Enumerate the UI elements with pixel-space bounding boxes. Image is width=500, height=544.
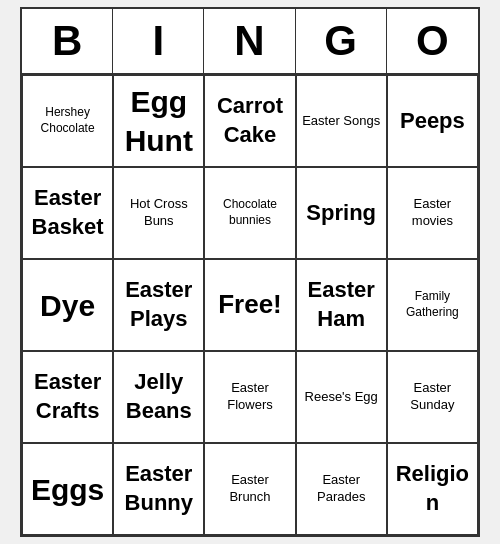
bingo-cell-20[interactable]: Eggs: [22, 443, 113, 535]
bingo-cell-7[interactable]: Chocolate bunnies: [204, 167, 295, 259]
bingo-cell-11[interactable]: Easter Plays: [113, 259, 204, 351]
bingo-header: BINGO: [22, 9, 478, 75]
bingo-cell-14[interactable]: Family Gathering: [387, 259, 478, 351]
bingo-cell-13[interactable]: Easter Ham: [296, 259, 387, 351]
bingo-cell-9[interactable]: Easter movies: [387, 167, 478, 259]
bingo-card: BINGO Hershey ChocolateEgg HuntCarrot Ca…: [20, 7, 480, 537]
bingo-cell-4[interactable]: Peeps: [387, 75, 478, 167]
bingo-letter-o: O: [387, 9, 478, 73]
bingo-cell-21[interactable]: Easter Bunny: [113, 443, 204, 535]
bingo-cell-1[interactable]: Egg Hunt: [113, 75, 204, 167]
bingo-letter-i: I: [113, 9, 204, 73]
bingo-cell-15[interactable]: Easter Crafts: [22, 351, 113, 443]
bingo-cell-6[interactable]: Hot Cross Buns: [113, 167, 204, 259]
bingo-cell-2[interactable]: Carrot Cake: [204, 75, 295, 167]
bingo-cell-12[interactable]: Free!: [204, 259, 295, 351]
bingo-cell-18[interactable]: Reese's Egg: [296, 351, 387, 443]
bingo-cell-5[interactable]: Easter Basket: [22, 167, 113, 259]
bingo-cell-3[interactable]: Easter Songs: [296, 75, 387, 167]
bingo-letter-g: G: [296, 9, 387, 73]
bingo-cell-23[interactable]: Easter Parades: [296, 443, 387, 535]
bingo-cell-17[interactable]: Easter Flowers: [204, 351, 295, 443]
bingo-cell-24[interactable]: Religion: [387, 443, 478, 535]
bingo-letter-n: N: [204, 9, 295, 73]
bingo-cell-19[interactable]: Easter Sunday: [387, 351, 478, 443]
bingo-grid: Hershey ChocolateEgg HuntCarrot CakeEast…: [22, 75, 478, 535]
bingo-cell-8[interactable]: Spring: [296, 167, 387, 259]
bingo-cell-10[interactable]: Dye: [22, 259, 113, 351]
bingo-cell-22[interactable]: Easter Brunch: [204, 443, 295, 535]
bingo-letter-b: B: [22, 9, 113, 73]
bingo-cell-16[interactable]: Jelly Beans: [113, 351, 204, 443]
bingo-cell-0[interactable]: Hershey Chocolate: [22, 75, 113, 167]
